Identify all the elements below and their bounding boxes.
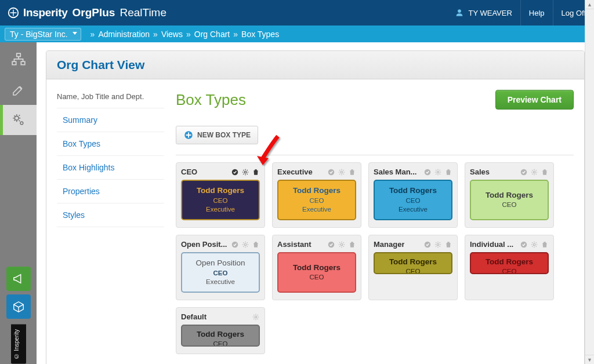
- gear-icon[interactable]: [338, 241, 346, 249]
- rail-package[interactable]: [6, 294, 31, 319]
- current-user[interactable]: TY WEAVER: [447, 0, 520, 26]
- box-type-title: CEO: [181, 168, 197, 176]
- subnav-caption: Name, Job Title and Dept.: [57, 90, 164, 108]
- megaphone-icon: [12, 272, 25, 285]
- gear-icon[interactable]: [241, 168, 249, 176]
- subnav-properties[interactable]: Properties: [57, 180, 164, 203]
- subnav-styles[interactable]: Styles: [57, 203, 164, 227]
- scroll-up-icon[interactable]: ▲: [585, 0, 594, 9]
- sample-dept: Executive: [302, 205, 331, 214]
- gear-icon[interactable]: [241, 241, 249, 249]
- crumb-box-types[interactable]: Box Types: [241, 30, 279, 39]
- box-type-title: Open Posit...: [181, 240, 227, 249]
- left-rail: © Insperity: [0, 42, 37, 364]
- trash-icon[interactable]: [541, 168, 549, 176]
- svg-point-9: [328, 169, 335, 175]
- gear-icon[interactable]: [434, 168, 442, 176]
- trash-icon[interactable]: [348, 241, 356, 249]
- svg-point-11: [425, 169, 431, 175]
- new-box-type-button[interactable]: NEW BOX TYPE: [176, 126, 258, 144]
- box-type-actions: [520, 241, 549, 249]
- box-type-title: Executive: [277, 168, 313, 176]
- box-type-sample: Todd Rogers CEO: [374, 252, 452, 274]
- rail-announce[interactable]: [6, 267, 31, 291]
- sample-dept: Executive: [206, 278, 235, 287]
- subnav-box-highlights[interactable]: Box Highlights: [57, 156, 164, 180]
- gear-icon[interactable]: [434, 241, 442, 249]
- trash-icon[interactable]: [444, 168, 452, 176]
- sample-job: CEO: [502, 267, 517, 274]
- check-circle-icon[interactable]: [231, 168, 239, 176]
- content-area: Org Chart View Name, Job Title and Dept.…: [37, 42, 594, 364]
- brand-insperity: Insperity: [23, 6, 68, 19]
- check-circle-icon[interactable]: [327, 168, 335, 176]
- brand-orgplus: OrgPlus: [73, 6, 115, 19]
- sample-job: CEO: [213, 269, 228, 278]
- section-title: Box Types: [176, 91, 246, 109]
- svg-point-22: [533, 243, 535, 246]
- rail-edit[interactable]: [0, 75, 37, 105]
- org-selector[interactable]: Ty - BigStar Inc.: [5, 28, 81, 41]
- help-link[interactable]: Help: [521, 0, 553, 26]
- preview-chart-button[interactable]: Preview Chart: [495, 90, 574, 110]
- check-circle-icon[interactable]: [423, 241, 432, 249]
- rail-org-chart[interactable]: [0, 45, 37, 75]
- window-scrollbar[interactable]: ▲ ▼: [585, 0, 594, 364]
- sample-job: CEO: [502, 201, 517, 210]
- box-type-card: Sales Todd Rogers CEO: [465, 162, 554, 228]
- subnav-summary[interactable]: Summary: [57, 108, 164, 132]
- brand-logo-icon: [7, 6, 20, 19]
- gear-icon[interactable]: [338, 168, 346, 176]
- svg-point-14: [533, 171, 535, 173]
- check-circle-icon[interactable]: [423, 168, 432, 176]
- sample-job: CEO: [213, 196, 228, 206]
- trash-icon[interactable]: [252, 241, 260, 249]
- crumb-org-chart[interactable]: Org Chart: [194, 30, 230, 39]
- box-type-actions: [520, 168, 549, 176]
- sample-name: Todd Rogers: [197, 329, 244, 340]
- chevron-down-icon: [73, 32, 77, 35]
- sample-job: CEO: [213, 340, 228, 347]
- scroll-down-icon[interactable]: ▼: [585, 355, 594, 364]
- rail-settings[interactable]: [0, 105, 37, 135]
- check-circle-icon[interactable]: [520, 168, 528, 176]
- box-type-sample: Todd Rogers CEO Executive: [181, 180, 260, 220]
- trash-icon[interactable]: [348, 168, 356, 176]
- sample-name: Todd Rogers: [389, 185, 437, 196]
- sample-name: Todd Rogers: [293, 263, 341, 273]
- box-type-title: Assistant: [277, 240, 312, 249]
- svg-point-10: [341, 171, 343, 173]
- box-type-card: CEO Todd Rogers CEO Executive: [176, 162, 265, 228]
- svg-point-18: [341, 243, 343, 246]
- sample-name: Todd Rogers: [293, 185, 341, 196]
- trash-icon[interactable]: [444, 241, 452, 249]
- svg-point-7: [232, 169, 238, 175]
- svg-point-12: [437, 171, 439, 173]
- svg-point-4: [15, 116, 19, 120]
- app-header: Insperity OrgPlus RealTime TY WEAVER Hel…: [0, 0, 594, 26]
- box-type-sample: Todd Rogers CEO: [470, 180, 549, 220]
- trash-icon[interactable]: [252, 168, 260, 176]
- svg-point-20: [437, 243, 439, 246]
- crumb-administration[interactable]: Administration: [98, 30, 150, 39]
- check-circle-icon[interactable]: [327, 241, 335, 249]
- sample-name: Todd Rogers: [389, 257, 437, 267]
- check-circle-icon[interactable]: [520, 241, 528, 249]
- svg-point-16: [244, 243, 247, 246]
- subnav-box-types[interactable]: Box Types: [57, 132, 164, 156]
- gear-icon[interactable]: [252, 313, 260, 321]
- gear-icon[interactable]: [530, 241, 538, 249]
- box-type-card: Assistant Todd Rogers CEO: [272, 235, 361, 300]
- check-circle-icon[interactable]: [231, 241, 239, 249]
- box-type-sample: Todd Rogers CEO: [277, 252, 356, 293]
- gear-icon[interactable]: [530, 168, 538, 176]
- crumb-views[interactable]: Views: [161, 30, 183, 39]
- box-type-card: Executive Todd Rogers CEO Executive: [272, 162, 361, 228]
- box-type-title: Individual ...: [470, 240, 513, 249]
- user-name: TY WEAVER: [468, 9, 512, 17]
- box-type-card: Sales Man... Todd Rogers CEO Executive: [368, 162, 458, 228]
- box-type-grid: CEO Todd Rogers CEO Executive Executive …: [176, 162, 574, 354]
- trash-icon[interactable]: [541, 241, 549, 249]
- box-type-actions: [423, 168, 452, 176]
- box-type-card: Individual ... Todd Rogers CEO: [465, 235, 554, 300]
